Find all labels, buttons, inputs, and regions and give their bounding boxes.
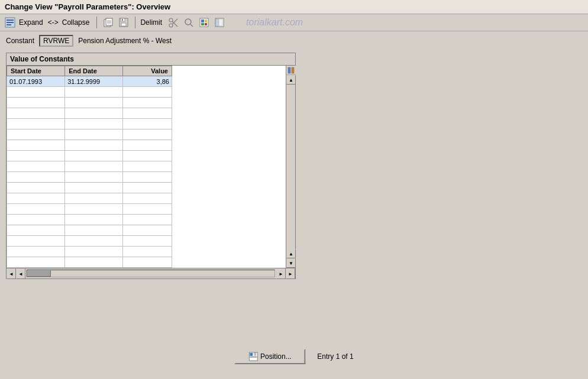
position-icon (248, 352, 258, 361)
svg-rect-23 (205, 23, 207, 25)
table-row[interactable] (7, 129, 172, 140)
table-row[interactable] (7, 119, 172, 129)
main-content: Constant RVRWE Pension Adjustment % - We… (0, 31, 588, 283)
svg-rect-11 (121, 23, 126, 26)
cell-value (123, 183, 172, 193)
grid-wrapper: Start Date End Date Value (7, 66, 295, 278)
cell-end-date (65, 161, 123, 172)
cell-end-date (65, 236, 123, 247)
cell-value (123, 108, 172, 119)
cell-start-date (7, 204, 65, 215)
svg-line-18 (190, 24, 193, 27)
save-icon-btn[interactable] (117, 16, 130, 29)
cell-end-date (65, 183, 123, 193)
expand-collapse-sep: <-> (48, 18, 59, 27)
constant-row: Constant RVRWE Pension Adjustment % - We… (6, 35, 582, 47)
cell-end-date (65, 257, 123, 268)
table-row[interactable] (7, 172, 172, 183)
cell-value (123, 129, 172, 140)
table-row[interactable]: 01.07.199331.12.99993,86 (7, 76, 172, 87)
cell-start-date (7, 183, 65, 193)
cell-end-date (65, 204, 123, 215)
delimit-icon-btn[interactable] (167, 16, 180, 29)
cell-value (123, 225, 172, 236)
table-row[interactable] (7, 98, 172, 108)
table-row[interactable] (7, 236, 172, 247)
expand-icon (5, 17, 15, 28)
table-row[interactable] (7, 215, 172, 225)
svg-rect-30 (250, 353, 253, 356)
main-window: Change View "Payroll Parameters": Overvi… (0, 0, 588, 379)
cell-end-date (65, 140, 123, 151)
svg-rect-27 (288, 67, 290, 73)
cell-start-date (7, 129, 65, 140)
expand-icon-btn[interactable] (4, 16, 17, 29)
cell-start-date (7, 257, 65, 268)
table-row[interactable] (7, 183, 172, 193)
cell-start-date (7, 119, 65, 129)
svg-rect-25 (216, 19, 218, 26)
h-scroll-thumb[interactable] (27, 270, 275, 277)
info-icon-btn[interactable] (213, 16, 226, 29)
position-label: Position... (260, 352, 292, 361)
scroll-left2-btn[interactable]: ◄ (16, 268, 25, 279)
svg-rect-2 (7, 22, 14, 23)
vertical-scrollbar[interactable]: ▲ ▲ ▼ (286, 66, 295, 268)
collapse-label: Collapse (62, 18, 90, 27)
cell-start-date (7, 108, 65, 119)
cell-value (123, 151, 172, 161)
scroll-right1-btn[interactable]: ► (276, 268, 286, 279)
table-row[interactable] (7, 108, 172, 119)
table-header-row: Start Date End Date Value (7, 66, 172, 76)
cell-start-date (7, 151, 65, 161)
cell-end-date (65, 119, 123, 129)
cell-value (123, 98, 172, 108)
table-row[interactable] (7, 140, 172, 151)
cell-value (123, 236, 172, 247)
table-row[interactable] (7, 225, 172, 236)
bottom-buttons: Position... Entry 1 of 1 (234, 349, 353, 364)
table-row[interactable] (7, 204, 172, 215)
cell-value: 3,86 (123, 76, 172, 87)
cell-end-date (65, 172, 123, 183)
cell-start-date (7, 215, 65, 225)
cell-start-date (7, 98, 65, 108)
list-icon-btn[interactable] (198, 16, 211, 29)
table-row[interactable] (7, 247, 172, 257)
delimit-label: Delimit (140, 18, 162, 27)
scroll-track-v (286, 85, 295, 249)
column-chooser-icon[interactable] (286, 66, 296, 75)
svg-rect-1 (7, 20, 14, 21)
cell-start-date: 01.07.1993 (7, 76, 65, 87)
scroll-down-btn2[interactable]: ▼ (286, 258, 296, 268)
table-row[interactable] (7, 193, 172, 204)
cell-start-date (7, 247, 65, 257)
watermark: torialkart.com (246, 17, 303, 28)
col-start-date: Start Date (7, 66, 65, 76)
cell-value (123, 119, 172, 129)
scroll-right2-btn[interactable]: ► (286, 268, 295, 279)
sep1 (96, 17, 97, 28)
cell-value (123, 257, 172, 268)
search-icon-btn[interactable] (182, 16, 195, 29)
table-row[interactable] (7, 161, 172, 172)
title-text: Change View "Payroll Parameters": Overvi… (5, 2, 170, 11)
table-row[interactable] (7, 257, 172, 268)
table-row[interactable] (7, 151, 172, 161)
cell-value (123, 215, 172, 225)
position-button[interactable]: Position... (234, 349, 305, 364)
svg-rect-22 (201, 23, 204, 25)
scroll-up-btn[interactable]: ▲ (286, 75, 296, 85)
cell-end-date (65, 98, 123, 108)
data-table: Start Date End Date Value (7, 66, 172, 268)
sep2 (135, 17, 135, 28)
save-icon (118, 17, 129, 28)
table-title: Value of Constants (7, 53, 295, 66)
table-row[interactable] (7, 87, 172, 98)
value-of-constants-panel: Value of Constants Start Date (6, 53, 296, 279)
scroll-left-btn[interactable]: ◄ (7, 268, 16, 279)
svg-rect-26 (219, 19, 222, 26)
table-body: 01.07.199331.12.99993,86 (7, 76, 172, 268)
scroll-down-btn1[interactable]: ▲ (286, 249, 296, 258)
copy-icon-btn[interactable] (102, 16, 115, 29)
